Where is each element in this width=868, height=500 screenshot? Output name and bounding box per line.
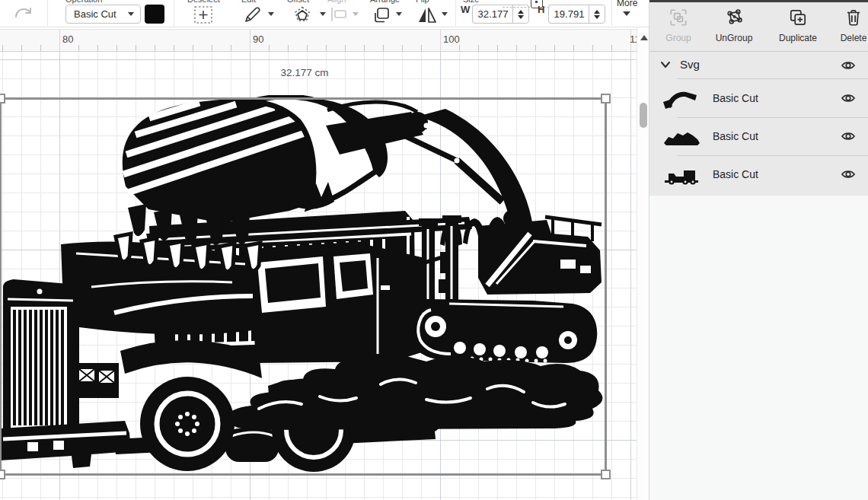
ungroup-button-label: UnGroup xyxy=(707,33,761,43)
flip-icon[interactable] xyxy=(417,6,437,24)
delete-icon xyxy=(844,8,863,27)
duplicate-button[interactable]: Duplicate xyxy=(771,8,825,43)
ungroup-icon xyxy=(724,8,744,27)
align-dropdown-caret xyxy=(353,12,359,16)
layer-label: Basic Cut xyxy=(713,130,758,142)
selection-width-readout: 32.177 cm xyxy=(251,67,358,78)
chevron-down-icon[interactable] xyxy=(660,61,671,68)
height-stepper[interactable] xyxy=(589,5,605,24)
duplicate-icon xyxy=(788,8,808,27)
duplicate-button-label: Duplicate xyxy=(771,33,825,43)
redo-icon[interactable] xyxy=(14,6,34,21)
layer-thumbnail-excavator-arm xyxy=(662,87,701,110)
arrange-icon[interactable] xyxy=(373,7,391,24)
ruler-number: 11 xyxy=(630,33,637,45)
edit-section-label: Edit xyxy=(241,0,256,4)
layer-group-header-svg[interactable]: Svg xyxy=(649,52,868,78)
width-label: W xyxy=(461,4,470,15)
scrollbar-thumb[interactable] xyxy=(640,103,647,128)
chevron-down-icon xyxy=(128,12,134,16)
selection-handle-bottom-left[interactable] xyxy=(0,470,5,479)
selection-edge-right[interactable] xyxy=(605,97,607,476)
layer-row-dump-truck[interactable]: Basic Cut xyxy=(649,155,868,193)
align-icon xyxy=(330,8,350,21)
offset-icon[interactable] xyxy=(292,6,312,24)
divider xyxy=(174,0,174,26)
selection-edge-left[interactable] xyxy=(0,97,2,476)
group-button-label: Group xyxy=(651,33,706,43)
offset-dropdown-caret[interactable] xyxy=(320,12,326,16)
scroll-up-arrow-icon[interactable] xyxy=(640,35,648,40)
visibility-eye-icon[interactable] xyxy=(840,168,857,180)
delete-button-label: Delete xyxy=(831,33,868,43)
divider xyxy=(47,0,48,26)
height-input[interactable]: 19.791 xyxy=(548,5,589,24)
selection-handle-bottom-right[interactable] xyxy=(601,470,611,479)
selection-handle-top-left[interactable] xyxy=(0,94,5,104)
ruler-number: 90 xyxy=(253,33,263,45)
design-canvas[interactable]: 32.177 cm xyxy=(0,52,637,500)
edit-pencil-icon[interactable] xyxy=(244,7,263,24)
selection-handle-top-right[interactable] xyxy=(601,94,611,104)
group-icon xyxy=(669,8,688,27)
visibility-eye-icon[interactable] xyxy=(840,59,857,72)
offset-section-label: Offset xyxy=(287,0,309,4)
more-dropdown-caret[interactable] xyxy=(623,11,630,16)
layer-row-dirt-mound[interactable]: Basic Cut xyxy=(649,117,868,155)
more-section-label: More xyxy=(617,0,637,8)
delete-button[interactable]: Delete xyxy=(831,8,868,43)
flip-dropdown-caret[interactable] xyxy=(442,12,448,16)
layer-thumbnail-dump-truck xyxy=(662,163,701,186)
arrange-dropdown-caret[interactable] xyxy=(396,12,402,16)
layer-group-title: Svg xyxy=(680,58,700,71)
aspect-link-line xyxy=(503,7,530,8)
visibility-eye-icon[interactable] xyxy=(840,92,857,104)
panel-active-tab-underline xyxy=(649,0,868,2)
layer-thumbnail-dirt-mound xyxy=(662,125,701,148)
arrange-section-label: Arrange xyxy=(370,0,400,4)
selection-edge-top[interactable] xyxy=(0,97,607,100)
layer-label: Basic Cut xyxy=(713,168,758,180)
canvas-vertical-scrollbar xyxy=(637,27,649,500)
divider xyxy=(611,0,612,26)
horizontal-ruler: 809010011 xyxy=(0,29,637,52)
ruler-number: 80 xyxy=(62,33,73,45)
deselect-icon[interactable] xyxy=(193,6,213,24)
flip-section-label: Flip xyxy=(416,0,429,4)
deselect-section-label: Deselect xyxy=(187,0,220,4)
layer-row-excavator-arm[interactable]: Basic Cut xyxy=(649,79,868,117)
divider xyxy=(455,0,456,26)
selection-edge-bottom[interactable] xyxy=(0,473,607,476)
operation-select[interactable]: Basic Cut xyxy=(65,5,141,24)
visibility-eye-icon[interactable] xyxy=(840,130,857,142)
ungroup-button[interactable]: UnGroup xyxy=(707,8,761,43)
operation-section-label: Operation xyxy=(65,0,102,4)
design-app-window: Operation Basic Cut Deselect Edit Offset… xyxy=(0,0,868,500)
layer-label: Basic Cut xyxy=(713,92,758,104)
height-label: H xyxy=(538,4,544,15)
top-toolbar: Operation Basic Cut Deselect Edit Offset… xyxy=(0,0,649,27)
layers-panel: Group UnGroup Duplicate xyxy=(649,0,868,500)
svg-artwork-truck-excavator[interactable] xyxy=(0,95,609,477)
ruler-number: 100 xyxy=(443,33,460,45)
edit-dropdown-caret[interactable] xyxy=(268,12,274,16)
align-section-label: Align xyxy=(327,0,346,4)
fill-color-swatch[interactable] xyxy=(145,5,164,24)
group-button: Group xyxy=(651,8,706,43)
